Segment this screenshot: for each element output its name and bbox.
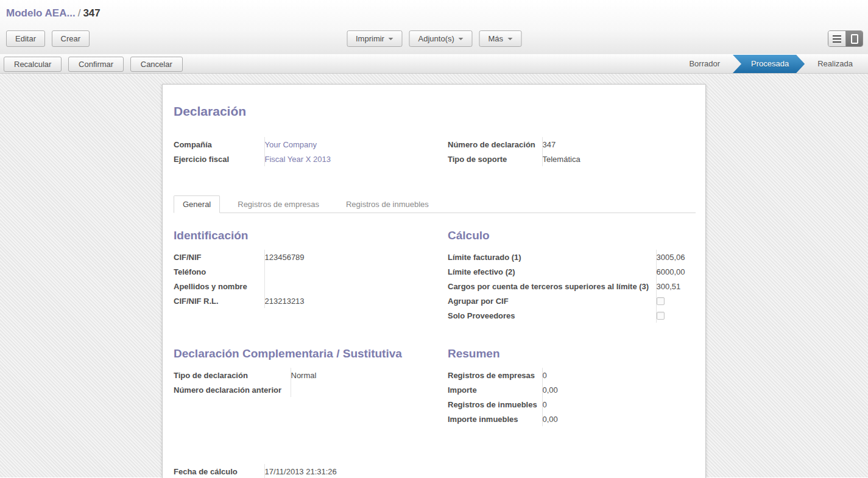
- field-row: Registros de inmuebles 0: [448, 397, 696, 412]
- identification-section: Identificación CIF/NIF 123456789 Teléfon…: [174, 229, 448, 323]
- field-label: Cargos por cuenta de terceros superiores…: [448, 279, 656, 293]
- importe-value: 0,00: [542, 382, 696, 397]
- edit-button[interactable]: Editar: [6, 30, 45, 47]
- attachment-label: Adjunto(s): [418, 34, 454, 43]
- notebook-tabs: General Registros de empresas Registros …: [174, 195, 696, 213]
- field-label: Agrupar por CIF: [448, 293, 656, 308]
- summary-title: Resumen: [448, 347, 696, 360]
- breadcrumb-current: 347: [83, 7, 100, 19]
- field-row: Compañía Your Company: [174, 137, 448, 152]
- breadcrumb: Modelo AEA.../347: [0, 0, 868, 19]
- field-row: Número de declaración 347: [448, 137, 696, 152]
- cancel-button[interactable]: Cancelar: [130, 57, 183, 72]
- list-view-icon: [833, 35, 841, 43]
- limite-efectivo-value: 6000,00: [656, 264, 696, 279]
- telefono-value: [264, 264, 448, 279]
- registros-inmuebles-value: 0: [542, 397, 696, 412]
- importe-inmuebles-value: 0,00: [542, 412, 696, 426]
- field-label: Número de declaración: [448, 137, 542, 152]
- identification-title: Identificación: [174, 229, 448, 242]
- status-steps: Borrador Procesada Realizada: [677, 55, 868, 73]
- field-row: Teléfono: [174, 264, 448, 279]
- chevron-down-icon: [507, 38, 512, 40]
- field-label: Apellidos y nombre: [174, 279, 264, 293]
- cif-nif-rl-value: 213213213: [264, 293, 448, 308]
- field-label: CIF/NIF R.L.: [174, 293, 264, 308]
- field-row: Apellidos y nombre: [174, 279, 448, 293]
- step-realizada: Realizada: [806, 55, 864, 73]
- tab-general[interactable]: General: [174, 195, 220, 213]
- complementary-section: Declaración Complementaria / Sustitutiva…: [174, 347, 448, 426]
- chevron-down-icon: [459, 38, 464, 40]
- more-label: Más: [488, 34, 503, 43]
- header-right-group: Número de declaración 347 Tipo de soport…: [448, 137, 696, 166]
- field-row: Solo Proveedores: [448, 308, 696, 323]
- list-view-button[interactable]: [828, 31, 845, 46]
- fecha-calculo-value: 17/11/2013 21:31:26: [264, 464, 448, 478]
- header-field-grid: Compañía Your Company Ejercicio fiscal F…: [174, 137, 696, 166]
- attachment-dropdown-button[interactable]: Adjunto(s): [409, 30, 473, 47]
- agrupar-por-cif-checkbox: [657, 297, 665, 305]
- breadcrumb-parent-link[interactable]: Modelo AEA...: [6, 7, 76, 19]
- numero-anterior-value: [291, 382, 448, 397]
- form-view-area: Declaración Compañía Your Company Ejerci…: [0, 74, 868, 477]
- field-row: Cargos por cuenta de terceros superiores…: [448, 279, 696, 293]
- field-row: Número declaración anterior: [174, 382, 448, 397]
- field-row: CIF/NIF R.L. 213213213: [174, 293, 448, 308]
- complementary-title: Declaración Complementaria / Sustitutiva: [174, 347, 448, 360]
- breadcrumb-separator: /: [76, 7, 83, 19]
- field-label: Límite facturado (1): [448, 250, 656, 264]
- field-label: Registros de empresas: [448, 368, 542, 382]
- field-label: Número declaración anterior: [174, 382, 291, 397]
- field-label: Fecha de cálculo: [174, 464, 264, 478]
- chevron-down-icon: [389, 38, 393, 40]
- field-label: CIF/NIF: [174, 250, 264, 264]
- field-label: Registros de inmuebles: [448, 397, 542, 412]
- calculation-title: Cálculo: [448, 229, 696, 242]
- tab-registros-inmuebles[interactable]: Registros de inmuebles: [337, 195, 438, 213]
- field-row: Fecha de cálculo 17/11/2013 21:31:26: [174, 464, 448, 478]
- calculation-section: Cálculo Límite facturado (1) 3005,06 Lím…: [448, 229, 696, 323]
- field-label: Compañía: [174, 137, 264, 152]
- tipo-declaracion-value: Normal: [291, 368, 448, 382]
- company-link[interactable]: Your Company: [264, 137, 448, 152]
- field-label: Importe: [448, 382, 542, 397]
- confirm-button[interactable]: Confirmar: [68, 57, 124, 72]
- form-statusbar: Recalcular Confirmar Cancelar Borrador P…: [0, 54, 868, 74]
- field-row: Límite facturado (1) 3005,06: [448, 250, 696, 264]
- field-row: CIF/NIF 123456789: [174, 250, 448, 264]
- form-view-icon: [851, 34, 858, 44]
- field-row: Importe 0,00: [448, 382, 696, 397]
- field-row: Ejercicio fiscal Fiscal Year X 2013: [174, 152, 448, 166]
- top-header: Modelo AEA.../347 Editar Crear Imprimir …: [0, 0, 868, 54]
- field-label: Teléfono: [174, 264, 264, 279]
- form-sheet: Declaración Compañía Your Company Ejerci…: [162, 84, 706, 478]
- tab-registros-empresas[interactable]: Registros de empresas: [228, 195, 328, 213]
- more-dropdown-button[interactable]: Más: [479, 30, 521, 47]
- field-row: Agrupar por CIF: [448, 293, 696, 308]
- field-label: Tipo de declaración: [174, 368, 291, 382]
- field-label: Ejercicio fiscal: [174, 152, 264, 166]
- create-button[interactable]: Crear: [52, 30, 90, 47]
- recalculate-button[interactable]: Recalcular: [4, 57, 62, 72]
- declaration-number-value: 347: [542, 137, 696, 152]
- registros-empresas-value: 0: [542, 368, 696, 382]
- print-dropdown-button[interactable]: Imprimir: [347, 30, 403, 47]
- field-label: Solo Proveedores: [448, 308, 656, 323]
- header-left-group: Compañía Your Company Ejercicio fiscal F…: [174, 137, 448, 166]
- cargos-terceros-value: 300,51: [656, 279, 696, 293]
- sheet-title: Declaración: [174, 104, 696, 119]
- calc-date-group: Fecha de cálculo 17/11/2013 21:31:26: [174, 464, 448, 478]
- summary-section: Resumen Registros de empresas 0 Importe …: [448, 347, 696, 426]
- support-type-value: Telemática: [542, 152, 696, 166]
- fiscal-year-link[interactable]: Fiscal Year X 2013: [264, 152, 448, 166]
- toolbar: Editar Crear Imprimir Adjunto(s) Más: [0, 30, 868, 49]
- field-label: Límite efectivo (2): [448, 264, 656, 279]
- field-row: Tipo de declaración Normal: [174, 368, 448, 382]
- cif-nif-value: 123456789: [264, 250, 448, 264]
- limite-facturado-value: 3005,06: [656, 250, 696, 264]
- form-view-button[interactable]: [845, 31, 863, 46]
- print-label: Imprimir: [356, 34, 384, 43]
- field-row: Límite efectivo (2) 6000,00: [448, 264, 696, 279]
- field-row: Registros de empresas 0: [448, 368, 696, 382]
